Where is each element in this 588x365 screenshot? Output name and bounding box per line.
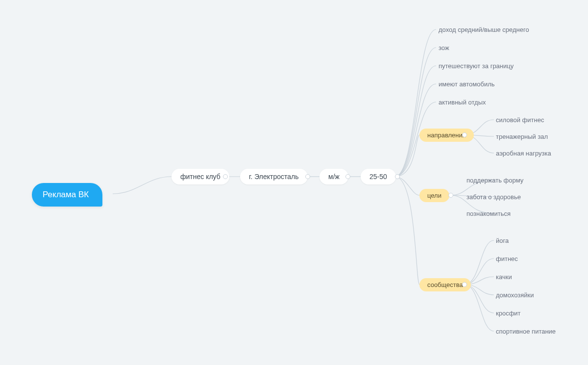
category-node[interactable]: цели — [419, 189, 449, 202]
chain-label: 25-50 — [369, 173, 387, 181]
leaf[interactable]: качки — [496, 272, 512, 282]
category-label: сообщества — [427, 281, 463, 288]
root-label: Реклама ВК — [43, 190, 89, 199]
leaf[interactable]: домохозяйки — [496, 290, 534, 300]
mindmap-root[interactable]: Реклама ВК — [32, 183, 102, 207]
chain-label: м/ж — [328, 173, 340, 181]
category-label: направления — [427, 131, 466, 139]
leaf[interactable]: кросфит — [496, 309, 521, 318]
leaf[interactable]: спортивное питание — [496, 327, 556, 336]
leaf[interactable]: путешествуют за границу — [439, 61, 514, 71]
chain-node-1[interactable]: г. Электросталь — [240, 169, 308, 184]
expand-dot[interactable] — [448, 193, 453, 198]
chain-label: фитнес клуб — [180, 173, 220, 181]
chain-node-0[interactable]: фитнес клуб — [172, 169, 229, 184]
leaf[interactable]: забота о здоровье — [466, 192, 521, 202]
leaf[interactable]: познакомиться — [466, 209, 511, 218]
leaf[interactable]: фитнес — [496, 254, 518, 263]
leaf[interactable]: силовой фитнес — [496, 115, 544, 125]
leaf[interactable]: поддержать форму — [466, 176, 523, 185]
chain-node-2[interactable]: м/ж — [319, 169, 348, 184]
chain-node-3[interactable]: 25-50 — [361, 169, 396, 184]
chain-label: г. Электросталь — [249, 173, 299, 181]
leaf[interactable]: тренажерный зал — [496, 132, 548, 141]
leaf[interactable]: активный отдых — [439, 98, 486, 107]
expand-dot[interactable] — [305, 174, 310, 179]
leaf[interactable]: имеют автомобиль — [439, 79, 495, 89]
expand-dot[interactable] — [223, 174, 228, 179]
expand-dot[interactable] — [462, 282, 467, 287]
category-label: цели — [427, 192, 441, 199]
leaf[interactable]: йога — [496, 236, 509, 245]
leaf[interactable]: зож — [439, 43, 449, 52]
expand-dot[interactable] — [462, 132, 467, 137]
expand-dot[interactable] — [345, 174, 350, 179]
leaf[interactable]: доход средний/выше среднего — [439, 25, 529, 34]
expand-dot[interactable] — [395, 174, 400, 179]
leaf[interactable]: аэробная нагрузка — [496, 149, 551, 158]
